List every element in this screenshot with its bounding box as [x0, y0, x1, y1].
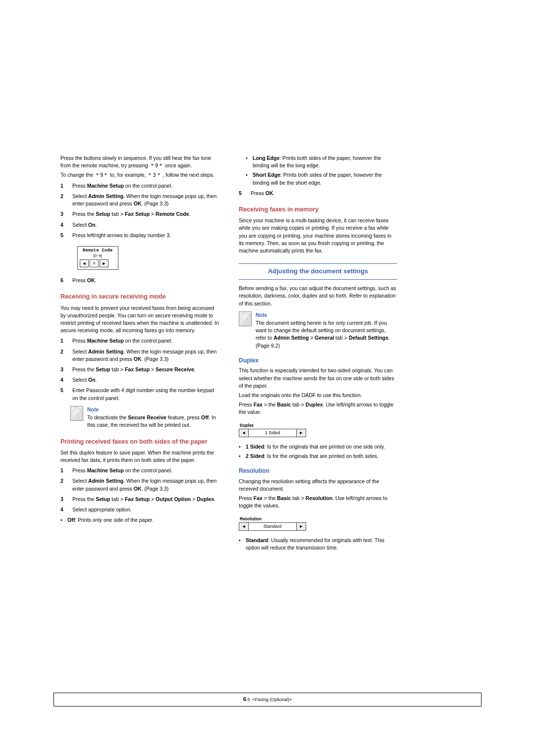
- section-banner: Adjusting the document settings: [239, 263, 397, 280]
- two-column-layout: Press the buttons slowly in sequence. If…: [60, 152, 482, 554]
- code: ＊3＊: [147, 172, 161, 178]
- arrow-right-icon[interactable]: ►: [296, 523, 306, 530]
- step-4: 4 Select appropriate option.: [60, 506, 219, 513]
- bullet-text: Long Edge: Prints both sides of the pape…: [253, 154, 397, 169]
- text: To change the: [60, 172, 95, 178]
- bullet-1-sided: • 1 Sided: Is for the originals that are…: [239, 443, 397, 451]
- bullet-text: Short Edge: Prints both sides of the pap…: [253, 171, 397, 186]
- step-number: 2: [60, 477, 66, 492]
- text: to, for example,: [108, 172, 147, 178]
- bullet-dot-icon: •: [239, 453, 243, 460]
- secure-paragraph: You may need to prevent your received fa…: [60, 304, 219, 335]
- step-2: 2 Select Admin Setting. When the login m…: [60, 477, 219, 492]
- footer-label: <Faxing (Optional)>: [253, 697, 292, 702]
- note-icon: [239, 311, 252, 326]
- adjust-paragraph: Before sending a fax, you can adjust the…: [239, 285, 397, 307]
- spinner-title: Resolution: [239, 516, 306, 522]
- spinner-value: Standard: [249, 523, 296, 530]
- bullet-text: 1 Sided: Is for the originals that are p…: [246, 443, 385, 451]
- step-3: 3 Press the Setup tab > Fax Setup > Secu…: [60, 366, 219, 373]
- bullet-short-edge: • Short Edge: Prints both sides of the p…: [246, 171, 397, 186]
- step-4: 4 Select On.: [60, 221, 219, 229]
- step-4: 4 Select On.: [60, 376, 219, 384]
- step-text: Press the Setup tab > Fax Setup > Secure…: [72, 366, 219, 373]
- step-text: Press OK.: [251, 190, 397, 197]
- note-icon: [70, 406, 83, 421]
- arrow-left-icon[interactable]: ◄: [80, 259, 89, 267]
- step-text: Press Machine Setup on the control panel…: [72, 467, 219, 474]
- bullet-text: 2 Sided: Is for the originals that are p…: [246, 453, 378, 460]
- step-5: 5 Press left/right arrows to display num…: [60, 232, 219, 239]
- arrow-right-icon[interactable]: ►: [100, 259, 108, 267]
- resolution-p2: Press Fax > the Basic tab > Resolution. …: [239, 495, 397, 509]
- heading-resolution: Resolution: [239, 467, 397, 475]
- code: ＊9＊: [150, 162, 163, 168]
- note-box: Note The document setting herein is for …: [239, 311, 397, 350]
- step-text: Select On.: [72, 221, 219, 229]
- note-title: Note: [87, 406, 219, 413]
- spinner-value: 1 Sided: [249, 429, 296, 437]
- step-text: Select On.: [72, 376, 219, 384]
- step-number: 2: [60, 348, 66, 363]
- step-3: 3 Press the Setup tab > Fax Setup > Remo…: [60, 210, 219, 218]
- heading-receive-memory: Receiving faxes in memory: [239, 205, 397, 214]
- step-number: 3: [60, 210, 66, 218]
- memory-paragraph: Since your machine is a multi-tasking de…: [239, 217, 397, 254]
- bullet-off: • Off: Prints only one side of the paper…: [60, 516, 219, 524]
- code: ＊9＊: [95, 172, 108, 178]
- change-intro: To change the ＊9＊ to, for example, ＊3＊ ,…: [60, 171, 219, 179]
- widget-range: [0~9]: [78, 253, 118, 259]
- step-text: Press Machine Setup on the control panel…: [72, 182, 219, 190]
- step-1: 1 Press Machine Setup on the control pan…: [60, 467, 219, 474]
- page-number-minor: .5: [246, 697, 250, 702]
- duplex-p1: This function is especially intended for…: [239, 367, 397, 390]
- step-number: 6: [60, 277, 66, 284]
- arrow-left-icon[interactable]: ◄: [239, 523, 249, 530]
- bullet-standard: • Standard: Usually recommended for orig…: [239, 537, 397, 552]
- spinner-row: ◄ 0 ►: [78, 259, 118, 269]
- page: Press the buttons slowly in sequence. If…: [0, 0, 535, 756]
- step-number: 2: [60, 193, 66, 207]
- bullet-dot-icon: •: [239, 537, 243, 552]
- step-text: Select Admin Setting. When the login mes…: [72, 193, 219, 207]
- bullet-dot-icon: •: [60, 516, 64, 524]
- step-number: 5: [239, 190, 245, 197]
- duplex-p3: Press Fax > the Basic tab > Duplex. Use …: [239, 401, 397, 416]
- step-text: Press the Setup tab > Fax Setup > Output…: [72, 496, 219, 503]
- step-5: 5 Press OK.: [239, 190, 397, 197]
- step-text: Enter Passcode with 4 digit number using…: [72, 387, 219, 402]
- arrow-left-icon[interactable]: ◄: [239, 429, 249, 437]
- step-text: Select Admin Setting. When the login mes…: [72, 348, 219, 363]
- step-text: Press OK.: [72, 277, 219, 284]
- step-2: 2 Select Admin Setting. When the login m…: [60, 193, 219, 207]
- note-body: Note The document setting herein is for …: [256, 311, 397, 350]
- intro-paragraph: Press the buttons slowly in sequence. If…: [60, 154, 219, 169]
- bullet-dot-icon: •: [239, 443, 243, 451]
- step-number: 5: [60, 387, 66, 402]
- bullet-2-sided: • 2 Sided: Is for the originals that are…: [239, 453, 397, 460]
- note-box: Note To deactivate the Secure Receive fe…: [70, 406, 219, 429]
- step-text: Select appropriate option.: [72, 506, 219, 513]
- text: once again.: [163, 162, 192, 168]
- step-number: 4: [60, 376, 66, 384]
- step-number: 3: [60, 496, 66, 503]
- arrow-right-icon[interactable]: ►: [296, 429, 306, 437]
- bullet-text: Off: Prints only one side of the paper.: [67, 516, 154, 524]
- bullet-long-edge: • Long Edge: Prints both sides of the pa…: [246, 154, 397, 169]
- step-number: 1: [60, 182, 66, 190]
- bullet-dot-icon: •: [246, 171, 250, 186]
- heading-duplex: Duplex: [239, 356, 397, 365]
- resolution-p1: Changing the resolution setting affects …: [239, 478, 397, 493]
- text: , follow the next steps.: [161, 172, 214, 178]
- spinner-row: ◄ Standard ►: [239, 522, 306, 531]
- step-1: 1 Press Machine Setup on the control pan…: [60, 182, 219, 190]
- step-5: 5 Enter Passcode with 4 digit number usi…: [60, 387, 219, 402]
- step-number: 1: [60, 337, 66, 345]
- note-text: To deactivate the Secure Receive feature…: [87, 414, 219, 429]
- spinner-row: ◄ 1 Sided ►: [239, 429, 306, 437]
- step-2: 2 Select Admin Setting. When the login m…: [60, 348, 219, 363]
- step-number: 4: [60, 506, 66, 513]
- duplex-p2: Load the originals onto the DADF to use …: [239, 392, 397, 399]
- note-body: Note To deactivate the Secure Receive fe…: [87, 406, 219, 429]
- right-column: • Long Edge: Prints both sides of the pa…: [239, 152, 397, 554]
